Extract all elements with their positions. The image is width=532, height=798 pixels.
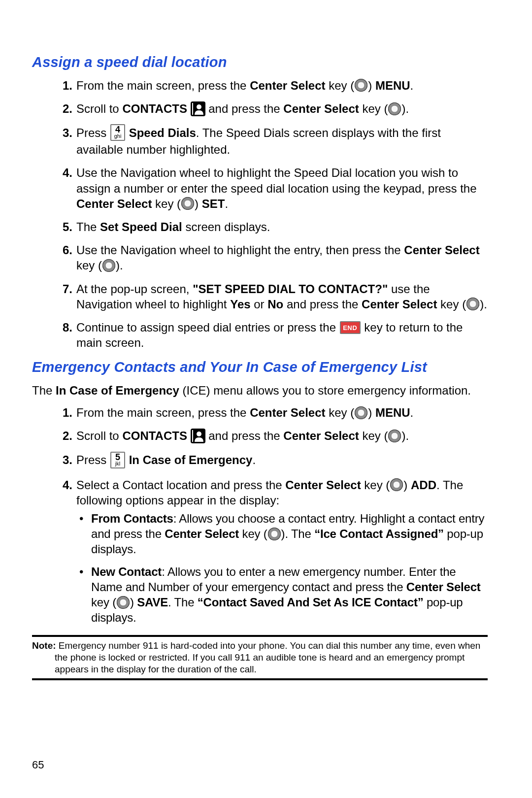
center-select-key-icon — [355, 79, 367, 92]
step-text: Select a Contact location and press the … — [76, 478, 463, 507]
step-number: 4. — [56, 165, 72, 180]
step-item: 2.Scroll to CONTACTS and press the Cente… — [76, 428, 488, 444]
center-select-key-icon — [102, 259, 115, 272]
end-key-icon: END — [340, 321, 361, 334]
step-item: 2.Scroll to CONTACTS and press the Cente… — [76, 101, 488, 117]
step-text: Press 5jkl In Case of Emergency. — [76, 453, 256, 466]
step-item: 1.From the main screen, press the Center… — [76, 78, 488, 93]
bold-text: CONTACTS — [122, 102, 187, 115]
contacts-icon — [191, 101, 205, 116]
steps-assign-speed-dial: 1.From the main screen, press the Center… — [32, 78, 488, 351]
center-select-key-icon — [181, 197, 194, 210]
step-text: Scroll to CONTACTS and press the Center … — [76, 102, 409, 115]
bold-text: Center Select — [283, 102, 359, 115]
step-text: Press 4ghi Speed Dials. The Speed Dials … — [76, 126, 441, 157]
lead-paragraph: The In Case of Emergency (ICE) menu allo… — [32, 383, 488, 398]
step-item: 4.Select a Contact location and press th… — [76, 477, 488, 626]
bold-text: From Contacts — [91, 512, 173, 525]
center-select-key-icon — [355, 406, 367, 419]
heading-emergency-contacts: Emergency Contacts and Your In Case of E… — [32, 358, 488, 377]
bold-text: SET — [202, 197, 225, 210]
step-number: 4. — [56, 477, 72, 493]
bold-text: Set Speed Dial — [100, 220, 182, 233]
bold-text: Center Select — [250, 406, 325, 419]
bold-text: Speed Dials — [129, 126, 196, 139]
step-item: 3.Press 4ghi Speed Dials. The Speed Dial… — [76, 125, 488, 158]
step-number: 6. — [56, 242, 72, 258]
bold-text: In Case of Emergency — [129, 453, 253, 466]
bold-text: Center Select — [285, 478, 361, 492]
center-select-key-icon — [390, 478, 403, 491]
step-text: From the main screen, press the Center S… — [76, 406, 413, 419]
center-select-key-icon — [388, 102, 401, 115]
bold-text: ADD — [411, 478, 436, 492]
step-text: At the pop-up screen, "SET SPEED DIAL TO… — [76, 282, 487, 311]
center-select-key-icon — [117, 596, 130, 609]
bold-text: CONTACTS — [122, 429, 187, 442]
step-text: Use the Navigation wheel to highlight th… — [76, 243, 480, 272]
svg-point-2 — [197, 104, 201, 109]
step-item: 5.The Set Speed Dial screen displays. — [76, 219, 488, 234]
keypad-4-key-icon: 4ghi — [110, 124, 125, 141]
bold-text: Center Select — [283, 429, 359, 442]
bold-text: “Ice Contact Assigned” — [314, 527, 444, 540]
step-number: 8. — [56, 320, 72, 335]
step-number: 7. — [56, 281, 72, 297]
step-text: From the main screen, press the Center S… — [76, 79, 413, 92]
step-item: 1.From the main screen, press the Center… — [76, 405, 488, 420]
step-item: 8.Continue to assign speed dial entries … — [76, 320, 488, 350]
bullet-item: From Contacts: Allows you choose a conta… — [91, 511, 488, 557]
heading-assign-speed-dial: Assign a speed dial location — [32, 53, 488, 72]
note-block: Note: Emergency number 911 is hard-coded… — [32, 635, 488, 680]
bold-text: Yes — [230, 298, 250, 311]
step-item: 4.Use the Navigation wheel to highlight … — [76, 165, 488, 211]
step-text: Continue to assign speed dial entries or… — [76, 321, 463, 349]
step-number: 5. — [56, 219, 72, 234]
note-text: Emergency number 911 is hard-coded into … — [55, 640, 480, 674]
steps-emergency-contacts: 1.From the main screen, press the Center… — [32, 405, 488, 625]
svg-rect-1 — [192, 103, 193, 115]
contacts-icon — [191, 429, 205, 443]
bold-text: In Case of Emergency — [56, 384, 179, 397]
bold-text: No — [267, 298, 283, 311]
center-select-key-icon — [466, 298, 479, 310]
bold-text: SAVE — [137, 596, 168, 609]
keypad-5-key-icon: 5jkl — [110, 452, 125, 468]
center-select-key-icon — [268, 528, 281, 540]
bold-text: Center Select — [404, 243, 479, 257]
note-label: Note: — [32, 640, 56, 651]
step-text: The Set Speed Dial screen displays. — [76, 220, 270, 233]
bold-text: MENU — [375, 79, 410, 92]
step-number: 1. — [56, 78, 72, 93]
step-number: 3. — [56, 125, 72, 140]
step-number: 2. — [56, 428, 72, 443]
page-number: 65 — [32, 758, 44, 772]
step-number: 3. — [56, 452, 72, 467]
center-select-key-icon — [388, 430, 401, 442]
step-number: 1. — [56, 405, 72, 420]
step-number: 2. — [56, 101, 72, 116]
bold-text: Center Select — [165, 527, 239, 540]
bold-text: New Contact — [91, 565, 162, 578]
bold-text: "SET SPEED DIAL TO CONTACT?" — [193, 282, 388, 296]
bold-text: MENU — [375, 406, 410, 419]
step-text: Scroll to CONTACTS and press the Center … — [76, 429, 409, 442]
step-item: 7.At the pop-up screen, "SET SPEED DIAL … — [76, 281, 488, 312]
bold-text: “Contact Saved And Set As ICE Contact” — [198, 596, 424, 609]
step-item: 6.Use the Navigation wheel to highlight … — [76, 242, 488, 273]
step-item: 3.Press 5jkl In Case of Emergency. — [76, 452, 488, 469]
bold-text: Center Select — [362, 298, 437, 311]
sub-bullets: From Contacts: Allows you choose a conta… — [76, 511, 488, 625]
bold-text: Center Select — [406, 580, 481, 594]
svg-point-5 — [197, 432, 201, 436]
bold-text: Center Select — [250, 79, 325, 92]
bullet-item: New Contact: Allows you to enter a new e… — [91, 564, 488, 626]
svg-rect-4 — [192, 430, 193, 442]
bold-text: Center Select — [76, 197, 152, 210]
step-text: Use the Navigation wheel to highlight th… — [76, 166, 477, 210]
